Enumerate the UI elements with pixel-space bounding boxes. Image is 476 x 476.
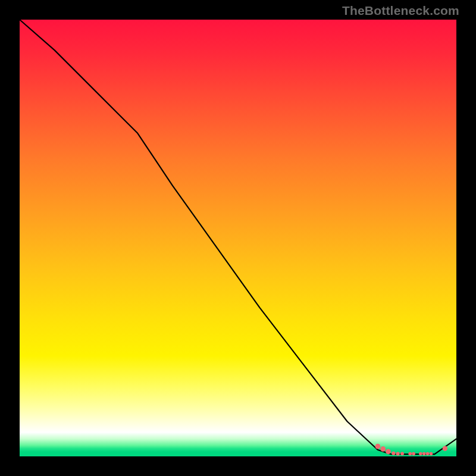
watermark-text: TheBottleneck.com <box>342 4 459 18</box>
marker-d <box>392 452 395 455</box>
marker-k <box>426 452 430 456</box>
marker-b <box>380 446 386 452</box>
marker-g <box>408 452 412 456</box>
marker-j <box>422 452 426 456</box>
marker-e <box>396 452 399 455</box>
marker-m <box>443 446 447 451</box>
marker-f <box>400 452 404 456</box>
data-curve <box>20 20 456 454</box>
markers-group <box>375 444 447 456</box>
chart-container: TheBottleneck.com <box>0 0 476 476</box>
marker-c <box>386 449 391 455</box>
marker-h <box>412 452 415 456</box>
marker-l <box>430 452 433 456</box>
marker-i <box>419 452 422 456</box>
marker-a <box>375 444 380 449</box>
chart-svg <box>20 20 456 456</box>
